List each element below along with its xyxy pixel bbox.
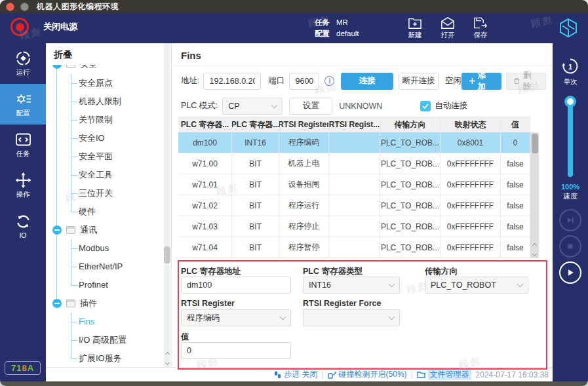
- app-window: 机器人图形化编程环境 关闭电源 任务MR 配置default 新建 打开 保存: [0, 0, 588, 386]
- column-header[interactable]: RTSI Register: [279, 117, 329, 132]
- skip-next-icon: [566, 216, 575, 225]
- window-close-button[interactable]: [6, 3, 14, 11]
- address-input[interactable]: [203, 73, 261, 90]
- save-button[interactable]: 保存: [473, 16, 488, 40]
- power-off-button[interactable]: 关闭电源: [10, 18, 77, 36]
- tree-scrollbar[interactable]: [164, 43, 170, 367]
- scroll-down-icon[interactable]: [532, 252, 537, 256]
- sidebar-item-operate[interactable]: 操作: [0, 165, 46, 206]
- table-row[interactable]: w71.00BIT机器上电PLC_TO_ROB...0xFFFFFFFFfals…: [178, 153, 539, 174]
- divider: [412, 371, 412, 379]
- file-manager-link[interactable]: 文件管理器: [417, 369, 471, 380]
- info-icon[interactable]: i: [324, 76, 334, 86]
- rtsi-force-select[interactable]: [303, 309, 400, 326]
- svg-text:1: 1: [568, 63, 572, 71]
- table-row[interactable]: w71.02BIT程序运行PLC_TO_ROB...0xFFFFFFFFfals…: [178, 195, 539, 216]
- step-next-button[interactable]: [559, 209, 581, 231]
- plc-mode-label: PLC 模式:: [181, 100, 218, 111]
- cell: BIT: [232, 216, 279, 237]
- play-button[interactable]: [559, 261, 581, 284]
- communication-group-icon: [66, 226, 75, 234]
- speed-slider-track[interactable]: [568, 101, 573, 177]
- plc-address-input[interactable]: [181, 277, 291, 294]
- table-scrollbar[interactable]: [530, 132, 539, 258]
- open-mail-icon: [441, 16, 455, 29]
- step-mode-status[interactable]: 步进 关闭: [274, 369, 317, 380]
- plc-mode-select[interactable]: CP: [222, 98, 283, 115]
- scroll-up-icon[interactable]: [532, 243, 537, 248]
- tree-item-io-advanced-config[interactable]: I/O 高级配置: [71, 331, 171, 349]
- tree-item-fins[interactable]: Fins: [71, 313, 171, 331]
- tree-collapse-header[interactable]: 折叠: [46, 43, 171, 65]
- right-sidebar: 1 单次 100% 速度: [553, 43, 588, 381]
- cell: 0xFFFFFFFF: [441, 153, 501, 174]
- tree-group-plugins[interactable]: 插件: [46, 294, 171, 313]
- single-run-mode-button[interactable]: 1 单次: [553, 56, 588, 87]
- sidebar-item-task[interactable]: 任务: [0, 125, 46, 165]
- cell: 0x8001: [441, 132, 501, 153]
- collapse-icon[interactable]: [52, 299, 62, 308]
- open-button[interactable]: 打开: [441, 16, 455, 40]
- column-header[interactable]: 传输方向: [380, 117, 441, 132]
- tree-item-safety-plane[interactable]: 安全平面: [71, 147, 171, 166]
- stop-icon: [566, 242, 574, 250]
- tree-item-safety-origin[interactable]: 安全原点: [71, 74, 171, 92]
- scroll-down-icon[interactable]: [165, 360, 169, 365]
- address-label: 地址:: [181, 75, 199, 87]
- new-button[interactable]: 新建: [408, 16, 422, 40]
- sidebar-item-io[interactable]: IO: [0, 206, 46, 246]
- cell: PLC_TO_ROB...: [380, 153, 441, 174]
- tree-item-modbus[interactable]: Modbus: [71, 239, 171, 258]
- add-button[interactable]: 添加: [461, 73, 501, 90]
- speed-slider-handle[interactable]: [564, 96, 576, 107]
- chevron-down-icon: [389, 281, 395, 288]
- table-row[interactable]: w71.01BIT设备抱闸PLC_TO_ROB...0xFFFFFFFFfals…: [178, 174, 539, 195]
- delete-button[interactable]: 删除: [506, 73, 546, 90]
- collapse-icon[interactable]: [52, 225, 62, 235]
- sidebar-item-config[interactable]: 配置: [0, 84, 46, 125]
- tree-item-robot-limit[interactable]: 机器人限制: [71, 92, 171, 111]
- table-scrollbar-thumb[interactable]: [532, 134, 538, 153]
- tree-item-extended-io-service[interactable]: 扩展IO服务: [71, 349, 171, 367]
- window-minimize-button[interactable]: [20, 3, 29, 11]
- app-logo-icon: [557, 17, 579, 39]
- window-bottom-edge: [0, 381, 588, 386]
- column-header[interactable]: RTSI Regist...: [329, 117, 380, 132]
- tree-item-three-position-switch[interactable]: 三位开关: [71, 184, 171, 203]
- tree-group-safety[interactable]: 安全: [46, 65, 171, 74]
- tree-item-joint-limit[interactable]: 关节限制: [71, 111, 171, 129]
- column-header[interactable]: 映射状态: [441, 117, 501, 132]
- collision-detect-status[interactable]: 碰撞检测开启(50%): [328, 369, 407, 380]
- rtsi-force-label: RTSI Register Force: [303, 299, 381, 308]
- disconnect-button[interactable]: 断开连接: [399, 73, 439, 90]
- rtsi-register-select[interactable]: 程序编码: [181, 309, 291, 326]
- column-header[interactable]: 值: [501, 117, 530, 132]
- tree-item-ethernet-ip[interactable]: EtherNet/IP: [71, 258, 171, 276]
- direction-select[interactable]: PLC_TO_ROBOT: [425, 277, 528, 294]
- scroll-up-icon[interactable]: [165, 352, 169, 357]
- stop-button[interactable]: [559, 235, 581, 258]
- table-row[interactable]: w71.04BIT程序暂停PLC_TO_ROB...0xFFFFFFFFfals…: [178, 237, 539, 258]
- set-button[interactable]: 设置: [289, 98, 332, 115]
- tree-group-communication[interactable]: 通讯: [46, 221, 171, 239]
- table-row-selected[interactable]: dm100INT16程序编码PLC_TO_ROB...0x80010: [178, 132, 539, 153]
- connect-button[interactable]: 连接: [341, 73, 393, 90]
- column-header[interactable]: PLC 寄存器...: [232, 117, 279, 132]
- tree-body: 安全 安全原点 机器人限制 关节限制 安全IO 安全平面 安全工具 三位开关 硬…: [46, 65, 171, 367]
- tree-scrollbar-thumb[interactable]: [164, 246, 170, 263]
- tree-item-safety-io[interactable]: 安全IO: [71, 129, 171, 147]
- value-input[interactable]: [181, 342, 291, 359]
- plus-icon: [469, 78, 475, 84]
- auto-connect-checkbox[interactable]: [420, 101, 431, 111]
- collapse-icon[interactable]: [52, 65, 62, 69]
- sidebar-item-run[interactable]: 运行: [0, 43, 46, 84]
- tree-item-hardware[interactable]: 硬件: [71, 203, 171, 221]
- column-header[interactable]: PLC 寄存器...: [178, 117, 232, 132]
- table-row[interactable]: w71.03BIT程序停止PLC_TO_ROB...0xFFFFFFFFfals…: [178, 216, 539, 237]
- tree-item-safety-tool[interactable]: 安全工具: [71, 166, 171, 184]
- plc-type-label: PLC 寄存器类型: [303, 266, 363, 277]
- plc-type-select[interactable]: INT16: [303, 277, 400, 294]
- port-input[interactable]: [289, 73, 319, 90]
- tree-item-profinet[interactable]: Profinet: [71, 276, 171, 294]
- task-info: 任务MR 配置default: [315, 17, 359, 39]
